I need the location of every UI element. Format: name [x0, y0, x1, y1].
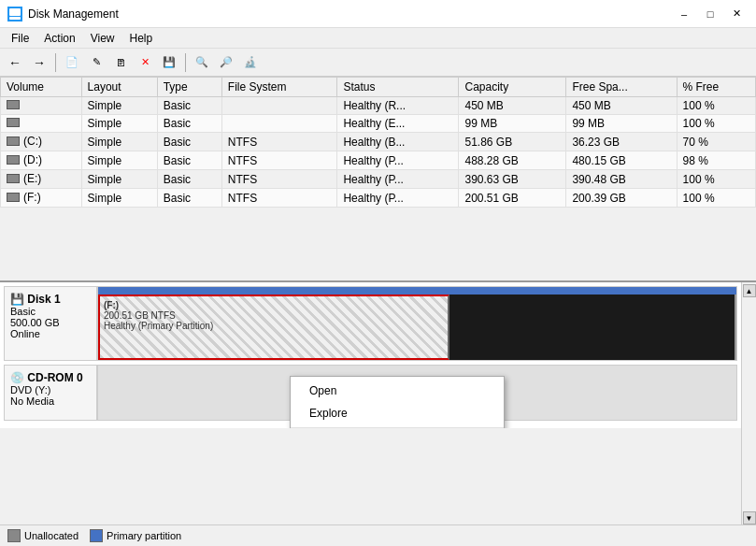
toolbar-btn-6[interactable]: ✕	[134, 51, 156, 74]
table-cell-4-2: Basic	[157, 170, 221, 189]
col-capacity[interactable]: Capacity	[459, 78, 566, 97]
toolbar-btn-9[interactable]: 🔍	[191, 51, 213, 74]
table-cell-0-4: Healthy (R...	[337, 97, 459, 115]
table-cell-4-0: (E:)	[1, 170, 82, 189]
table-row[interactable]: (F:)SimpleBasicNTFSHealthy (P...200.51 G…	[1, 189, 756, 208]
disk-1-unalloc[interactable]	[449, 295, 736, 360]
table-cell-1-4: Healthy (E...	[337, 115, 459, 133]
table-cell-3-1: Simple	[81, 151, 157, 170]
table-row[interactable]: SimpleBasicHealthy (E...99 MB99 MB100 %	[1, 115, 756, 133]
table-row[interactable]: (C:)SimpleBasicNTFSHealthy (B...51.86 GB…	[1, 133, 756, 151]
table-cell-2-7: 70 %	[677, 133, 755, 151]
legend-unalloc-label: Unallocated	[24, 530, 78, 541]
table-cell-1-2: Basic	[157, 115, 221, 133]
close-button[interactable]: ✕	[724, 5, 749, 23]
table-cell-1-0	[1, 115, 82, 133]
disk-1-name: 💾 Disk 1	[10, 293, 91, 306]
disk-scroll-inner: 💾 Disk 1 Basic 500.00 GB Online (F:) 200…	[0, 282, 741, 524]
disk-1-status: Online	[10, 328, 91, 339]
toolbar-btn-5[interactable]: 🖹	[109, 51, 132, 74]
main-content: Volume Layout Type File System Status Ca…	[0, 77, 756, 546]
menu-view[interactable]: View	[83, 30, 122, 47]
forward-button[interactable]: →	[28, 51, 50, 74]
menu-help[interactable]: Help	[122, 30, 161, 47]
legend-unalloc-box	[7, 529, 21, 542]
toolbar-btn-7[interactable]: 💾	[158, 51, 180, 74]
table-cell-3-4: Healthy (P...	[337, 151, 459, 170]
menu-bar: File Action View Help	[0, 28, 756, 49]
back-button[interactable]: ←	[4, 51, 26, 74]
toolbar-btn-11[interactable]: 🔬	[239, 51, 262, 74]
menu-file[interactable]: File	[4, 30, 36, 47]
context-menu: Open Explore Mark Partition as Active Ch…	[290, 376, 505, 428]
table-cell-5-2: Basic	[157, 189, 221, 208]
table-cell-1-7: 100 %	[677, 115, 755, 133]
table-cell-1-1: Simple	[81, 115, 157, 133]
col-type[interactable]: Type	[157, 78, 221, 97]
disk-view: 💾 Disk 1 Basic 500.00 GB Online (F:) 200…	[0, 282, 741, 428]
table-cell-2-2: Basic	[157, 133, 221, 151]
partition-f-size: 200.51 GB NTFS	[104, 310, 444, 321]
table-row[interactable]: (D:)SimpleBasicNTFSHealthy (P...488.28 G…	[1, 151, 756, 170]
legend: Unallocated Primary partition	[0, 524, 756, 546]
legend-primary-box	[90, 529, 103, 542]
table-cell-5-4: Healthy (P...	[337, 189, 459, 208]
table-cell-5-0: (F:)	[1, 189, 82, 208]
menu-action[interactable]: Action	[36, 30, 82, 47]
disk-1-partitions: (F:) 200.51 GB NTFS Healthy (Primary Par…	[97, 286, 737, 361]
col-free[interactable]: Free Spa...	[566, 78, 677, 97]
disk-1-type: Basic	[10, 306, 91, 317]
partition-f-status: Healthy (Primary Partition)	[104, 321, 444, 331]
maximize-button[interactable]: □	[698, 5, 722, 23]
table-header-row: Volume Layout Type File System Status Ca…	[1, 78, 756, 97]
table-cell-5-7: 100 %	[677, 189, 755, 208]
toolbar: ← → 📄 ✎ 🖹 ✕ 💾 🔍 🔎 🔬	[0, 49, 756, 77]
table-cell-2-3: NTFS	[221, 133, 337, 151]
volume-table-container: Volume Layout Type File System Status Ca…	[0, 77, 756, 282]
toolbar-btn-3[interactable]: 📄	[61, 51, 83, 74]
col-pct[interactable]: % Free	[677, 78, 755, 97]
table-cell-3-5: 488.28 GB	[459, 151, 566, 170]
table-cell-0-7: 100 %	[677, 97, 755, 115]
volume-table: Volume Layout Type File System Status Ca…	[0, 77, 756, 208]
col-layout[interactable]: Layout	[81, 78, 157, 97]
disk-1-label: 💾 Disk 1 Basic 500.00 GB Online	[4, 286, 97, 361]
table-cell-5-6: 200.39 GB	[566, 189, 677, 208]
scroll-down[interactable]: ▼	[743, 511, 756, 524]
legend-unalloc: Unallocated	[7, 529, 78, 542]
partition-f-label: (F:)	[104, 300, 444, 310]
table-cell-1-3	[221, 115, 337, 133]
table-cell-4-7: 100 %	[677, 170, 755, 189]
col-volume[interactable]: Volume	[1, 78, 82, 97]
toolbar-btn-4[interactable]: ✎	[85, 51, 107, 74]
svg-rect-1	[9, 17, 21, 20]
table-cell-3-0: (D:)	[1, 151, 82, 170]
cdrom-0-label: 💿 CD-ROM 0 DVD (Y:) No Media	[4, 365, 97, 421]
table-row[interactable]: (E:)SimpleBasicNTFSHealthy (P...390.63 G…	[1, 170, 756, 189]
table-cell-1-6: 99 MB	[566, 115, 677, 133]
table-cell-3-7: 98 %	[677, 151, 755, 170]
scroll-up[interactable]: ▲	[743, 284, 756, 297]
minimize-button[interactable]: –	[672, 5, 696, 23]
ctx-explore[interactable]: Explore	[291, 402, 504, 424]
window-controls: – □ ✕	[672, 5, 749, 23]
table-cell-4-3: NTFS	[221, 170, 337, 189]
disk-1-partition-f[interactable]: (F:) 200.51 GB NTFS Healthy (Primary Par…	[98, 295, 449, 360]
table-cell-4-6: 390.48 GB	[566, 170, 677, 189]
scroll-track: ▲ ▼	[741, 282, 756, 524]
app-title: Disk Management	[28, 7, 119, 21]
table-row[interactable]: SimpleBasicHealthy (R...450 MB450 MB100 …	[1, 97, 756, 115]
table-cell-0-0	[1, 97, 82, 115]
title-bar-left: Disk Management	[7, 7, 119, 22]
table-cell-3-2: Basic	[157, 151, 221, 170]
table-cell-3-3: NTFS	[221, 151, 337, 170]
table-cell-5-1: Simple	[81, 189, 157, 208]
toolbar-btn-10[interactable]: 🔎	[215, 51, 237, 74]
table-cell-2-1: Simple	[81, 133, 157, 151]
ctx-open[interactable]: Open	[291, 380, 504, 402]
col-fs[interactable]: File System	[221, 78, 337, 97]
col-status[interactable]: Status	[337, 78, 459, 97]
title-bar: Disk Management – □ ✕	[0, 0, 756, 28]
table-cell-2-5: 51.86 GB	[459, 133, 566, 151]
disk-1-row: 💾 Disk 1 Basic 500.00 GB Online (F:) 200…	[4, 286, 737, 361]
